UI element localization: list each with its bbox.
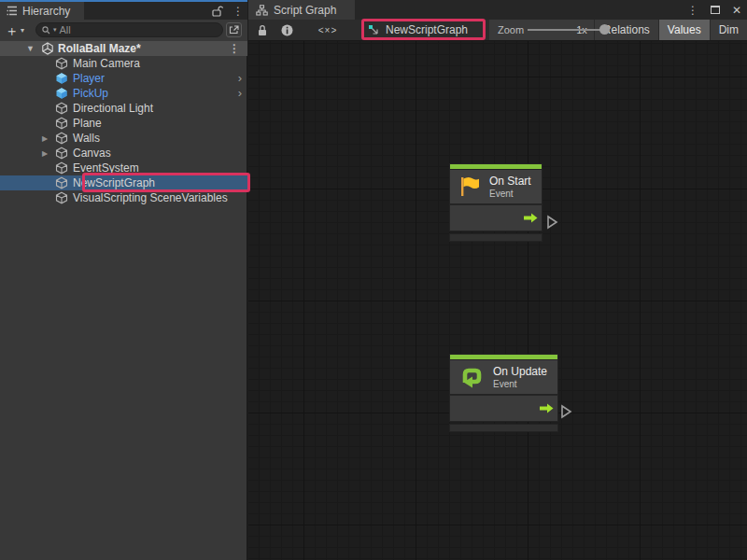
prefab-open-chevron-icon[interactable]: › <box>238 72 242 84</box>
close-icon[interactable]: ✕ <box>732 4 741 17</box>
row-visualscripting-scenevariables[interactable]: VisualScripting SceneVariables <box>0 190 247 205</box>
scene-header-row[interactable]: ▼ RollaBall Maze* ⋮ <box>0 41 247 56</box>
chevron-down-icon: ▾ <box>21 26 24 35</box>
script-graph-toolbar: <×> NewScriptGraph Zoom 1x Relations Val… <box>248 20 747 41</box>
script-graph-tabbar: Script Graph ⋮ ✕ <box>248 0 747 20</box>
scene-menu-icon[interactable]: ⋮ <box>229 43 240 54</box>
foldout-collapsed-icon[interactable]: ▶ <box>42 134 48 143</box>
zoom-slider[interactable] <box>528 20 571 40</box>
on-start-node[interactable]: On Start Event <box>449 163 543 242</box>
on-update-output-port[interactable] <box>560 404 572 419</box>
zoom-slider-track[interactable] <box>528 29 610 31</box>
hierarchy-toolbar: ＋ ▾ ▾ All <box>0 20 247 41</box>
row-walls[interactable]: ▶Walls <box>0 131 247 146</box>
info-icon <box>281 24 293 36</box>
hierarchy-tabbar: Hierarchy ⋮ <box>0 2 247 20</box>
node-footer <box>449 424 558 432</box>
gameobject-cube-icon <box>55 176 68 189</box>
on-update-node-header[interactable]: On Update Event <box>449 359 558 395</box>
row-pickup[interactable]: PickUp› <box>0 86 247 101</box>
unity-editor: Hierarchy ⋮ ＋ ▾ ▾ All <box>0 0 747 560</box>
script-graph-panel: Script Graph ⋮ ✕ <box>248 0 747 560</box>
lock-icon <box>257 24 268 36</box>
tab-script-graph[interactable]: Script Graph <box>248 0 355 20</box>
gameobject-cube-icon <box>55 117 68 130</box>
gameobject-cube-icon <box>55 161 68 175</box>
tab-hierarchy[interactable]: Hierarchy <box>0 2 84 20</box>
flag-icon <box>458 175 482 199</box>
foldout-expanded-icon[interactable]: ▼ <box>26 44 35 53</box>
info-button[interactable] <box>276 20 297 40</box>
node-title: On Update <box>493 365 547 378</box>
on-update-node-ports <box>449 395 558 422</box>
update-loop-icon <box>458 365 486 390</box>
hierarchy-panel: Hierarchy ⋮ ＋ ▾ ▾ All <box>0 0 247 560</box>
node-subtitle: Event <box>493 379 547 389</box>
unity-logo-icon <box>41 42 54 55</box>
hierarchy-search-input[interactable]: ▾ All <box>35 22 223 37</box>
search-filter-value: All <box>60 24 71 35</box>
row-canvas[interactable]: ▶Canvas <box>0 146 247 161</box>
on-update-node[interactable]: On Update Event <box>449 354 558 432</box>
on-start-output-port[interactable] <box>546 215 558 230</box>
preview-code-button[interactable]: <×> <box>316 20 340 40</box>
add-object-button[interactable]: ＋ ▾ <box>5 23 24 37</box>
flow-arrow-icon[interactable] <box>540 403 554 413</box>
graph-icon <box>256 5 268 16</box>
graph-canvas[interactable]: On Start Event <box>248 41 747 560</box>
unlock-icon[interactable] <box>211 5 223 17</box>
on-start-node-ports <box>449 204 543 231</box>
prefab-open-chevron-icon[interactable]: › <box>238 87 242 99</box>
gameobject-cube-icon <box>55 191 68 204</box>
zoom-label: Zoom <box>498 24 524 35</box>
gameobject-cube-icon <box>55 147 68 160</box>
dim-toggle[interactable]: Dim <box>710 20 747 40</box>
prefab-cube-icon <box>55 87 68 100</box>
foldout-collapsed-icon[interactable]: ▶ <box>42 149 48 158</box>
row-player[interactable]: Player› <box>0 71 247 86</box>
node-subtitle: Event <box>489 189 531 199</box>
node-title: On Start <box>489 175 531 188</box>
prefab-cube-icon <box>55 72 68 85</box>
gameobject-cube-icon <box>55 102 68 115</box>
maximize-icon[interactable] <box>711 6 720 14</box>
code-icon: <×> <box>318 25 338 35</box>
flow-arrow-icon[interactable] <box>524 213 538 223</box>
row-plane[interactable]: Plane <box>0 116 247 131</box>
search-icon <box>42 26 50 35</box>
values-toggle[interactable]: Values <box>658 20 710 40</box>
search-filter-caret-icon: ▾ <box>53 26 57 34</box>
plus-icon: ＋ <box>5 23 19 37</box>
row-main-camera[interactable]: Main Camera <box>0 56 247 71</box>
node-footer <box>449 233 543 242</box>
panel-menu-icon[interactable]: ⋮ <box>687 5 698 16</box>
tab-script-graph-label: Script Graph <box>274 4 336 17</box>
gameobject-cube-icon <box>55 132 68 145</box>
open-in-window-icon <box>229 25 239 35</box>
lock-button[interactable] <box>252 20 273 40</box>
hierarchy-menu-icon[interactable]: ⋮ <box>233 6 244 17</box>
gameobject-cube-icon <box>55 57 68 70</box>
scene-picker-button[interactable] <box>226 22 242 37</box>
tab-hierarchy-label: Hierarchy <box>22 5 70 18</box>
hierarchy-icon <box>7 6 18 16</box>
scene-name: RollaBall Maze* <box>58 42 141 55</box>
on-start-node-header[interactable]: On Start Event <box>449 169 543 204</box>
annotation-box-hierarchy <box>82 173 250 192</box>
row-directional-light[interactable]: Directional Light <box>0 101 247 116</box>
annotation-box-graph-name <box>361 19 486 40</box>
